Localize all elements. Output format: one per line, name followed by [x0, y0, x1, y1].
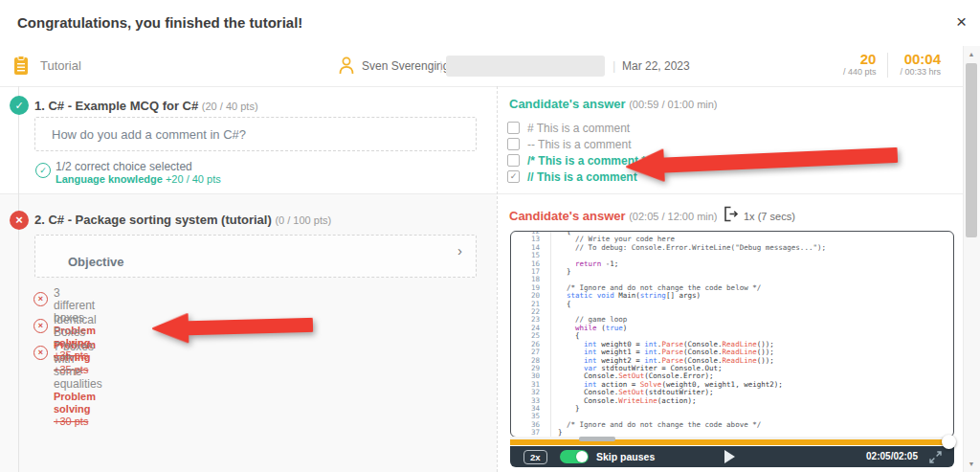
- skill-label: Language knowledge: [56, 173, 163, 185]
- toggle-knob: [576, 451, 588, 462]
- annotation-arrow: [623, 137, 903, 188]
- fullscreen-icon[interactable]: [929, 450, 942, 467]
- test-date: Mar 22, 2023: [622, 59, 690, 73]
- code-line: 34 }: [511, 405, 953, 413]
- chevron-right-icon: ›: [457, 242, 462, 258]
- skill-points-strikethrough: +30 pts: [54, 416, 88, 427]
- time-stat: 00:04 / 00:33 hrs: [900, 52, 941, 78]
- modal-header: Congratulations, you finished the tutori…: [0, 0, 980, 47]
- code-lines: 12 {13 // Write your code here14 // To d…: [511, 231, 953, 438]
- player-bar: 2x Skip pauses 02:05/02:05: [510, 446, 954, 467]
- test-case-title: 7 boxes with some equalities: [54, 341, 102, 391]
- playback-progress-knob[interactable]: [942, 435, 956, 449]
- code-text: /* Ignore and do not change the code abo…: [550, 421, 761, 429]
- mcq-option-label: -- This is a comment: [527, 138, 631, 151]
- timeline-line: [18, 86, 19, 472]
- playback-speed-button[interactable]: 2x: [523, 450, 547, 464]
- answer-heading-text: Candidate's answer: [509, 97, 626, 111]
- answer-time: (02:05 / 12:00 min): [629, 211, 717, 222]
- score-stat: 20 / 440 pts: [843, 52, 877, 78]
- skip-pauses-label: Skip pauses: [596, 451, 655, 462]
- test-case-body: 7 boxes with some equalitiesProblem solv…: [54, 341, 102, 428]
- divider: |: [612, 58, 615, 73]
- code-viewer: 12 {13 // Write your code here14 // To d…: [510, 231, 954, 438]
- answer-time: (00:59 / 01:00 min): [629, 99, 717, 110]
- code-line: 36 /* Ignore and do not change the code …: [511, 421, 953, 429]
- section-divider: [0, 193, 964, 194]
- scroll-down-icon[interactable]: ▼: [964, 456, 979, 472]
- info-bar: Tutorial Sven Sverenging | | Mar 22, 202…: [0, 46, 964, 87]
- annotation-arrow: [150, 308, 319, 348]
- cross-circle-icon: ×: [33, 346, 48, 360]
- column-divider: [497, 86, 498, 472]
- candidate-answer-heading-2: Candidate's answer (02:05 / 12:00 min): [509, 209, 718, 223]
- check-circle-icon: ✓: [35, 163, 51, 178]
- candidate-answer-heading-1: Candidate's answer (00:59 / 01:00 min): [509, 97, 718, 111]
- test-name-label: Tutorial: [40, 58, 81, 73]
- question1-prompt: How do you add a comment in C#?: [52, 127, 246, 142]
- tab-switch-icon: [723, 206, 739, 226]
- answer-heading-text: Candidate's answer: [509, 209, 626, 223]
- question1-result: 1/2 correct choice selected: [56, 160, 192, 173]
- question1-title: 1. C# - Example MCQ for C# (20 / 40 pts): [34, 99, 258, 113]
- stat-divider: [887, 53, 888, 78]
- mcq-option-label: // This is a comment: [527, 170, 637, 184]
- question2-failed-icon: ×: [10, 211, 29, 230]
- test-case-skill-line: Problem solving +30 pts: [54, 391, 102, 428]
- checkbox-checked-icon[interactable]: ✓: [507, 170, 520, 183]
- score-summary: 20 / 440 pts 00:04 / 00:33 hrs: [843, 52, 941, 78]
- objective-label: Objective: [68, 255, 124, 269]
- score-value: 20: [843, 52, 877, 67]
- close-icon[interactable]: ×: [956, 12, 967, 32]
- test-case-title: Identical Boxes: [54, 314, 97, 339]
- time-value: 00:04: [900, 52, 941, 67]
- player-time: 02:05/02:05: [866, 451, 918, 461]
- objective-expander[interactable]: Objective ›: [34, 235, 477, 278]
- play-icon[interactable]: [724, 450, 735, 463]
- skill-points: +20 / 40 pts: [166, 173, 221, 185]
- question1-passed-icon: ✓: [10, 96, 29, 115]
- question2-points: (0 / 100 pts): [275, 214, 331, 226]
- code-text: static void Main(string[] args): [550, 292, 701, 300]
- time-total: / 00:33 hrs: [900, 67, 941, 78]
- person-icon: [338, 56, 355, 79]
- question1-title-text: 1. C# - Example MCQ for C#: [34, 99, 198, 113]
- scrollbar-thumb[interactable]: [966, 63, 977, 237]
- question1-points: (20 / 40 pts): [202, 101, 258, 112]
- tutorial-results-modal: Congratulations, you finished the tutori…: [0, 0, 980, 472]
- skip-pauses-toggle[interactable]: [560, 450, 589, 463]
- code-text: // To debug: Console.Error.WriteLine("De…: [550, 244, 826, 252]
- code-line: 14 // To debug: Console.Error.WriteLine(…: [511, 244, 953, 252]
- replay-info: 1x (7 secs): [744, 211, 795, 222]
- clipboard-icon: [13, 56, 29, 79]
- candidate-name: Sven Sverenging: [362, 59, 449, 73]
- mcq-option: # This is a comment: [507, 120, 649, 136]
- question2-title: 2. C# - Package sorting system (tutorial…: [34, 213, 331, 227]
- code-line: 21 {: [511, 301, 953, 308]
- cross-circle-icon: ×: [33, 292, 48, 306]
- code-text: }: [550, 405, 580, 413]
- checkbox-icon[interactable]: [507, 138, 520, 150]
- code-line: 16 return -1;: [511, 260, 953, 268]
- modal-title: Congratulations, you finished the tutori…: [17, 14, 302, 31]
- scroll-up-icon[interactable]: ▲: [964, 46, 979, 62]
- question1-skill-line: Language knowledge +20 / 40 pts: [56, 173, 221, 185]
- cross-circle-icon: ×: [33, 319, 48, 333]
- code-hscroll-thumb[interactable]: [579, 437, 615, 441]
- mcq-option-label: # This is a comment: [527, 122, 630, 135]
- checkbox-icon[interactable]: [507, 122, 520, 134]
- question2-title-text: 2. C# - Package sorting system (tutorial…: [34, 213, 272, 227]
- divider: |: [439, 58, 442, 73]
- candidate-email-redacted: [446, 56, 605, 77]
- checkbox-icon[interactable]: [507, 154, 520, 167]
- code-line: 20 static void Main(string[] args): [511, 292, 953, 300]
- playback-progress-bar[interactable]: [510, 439, 954, 445]
- skill-label: Problem solving: [54, 391, 96, 415]
- question1-prompt-box: How do you add a comment in C#?: [34, 117, 477, 151]
- score-total: / 440 pts: [843, 67, 877, 78]
- code-line: 17 }: [511, 268, 953, 276]
- vertical-scrollbar[interactable]: ▲ ▼: [963, 46, 980, 472]
